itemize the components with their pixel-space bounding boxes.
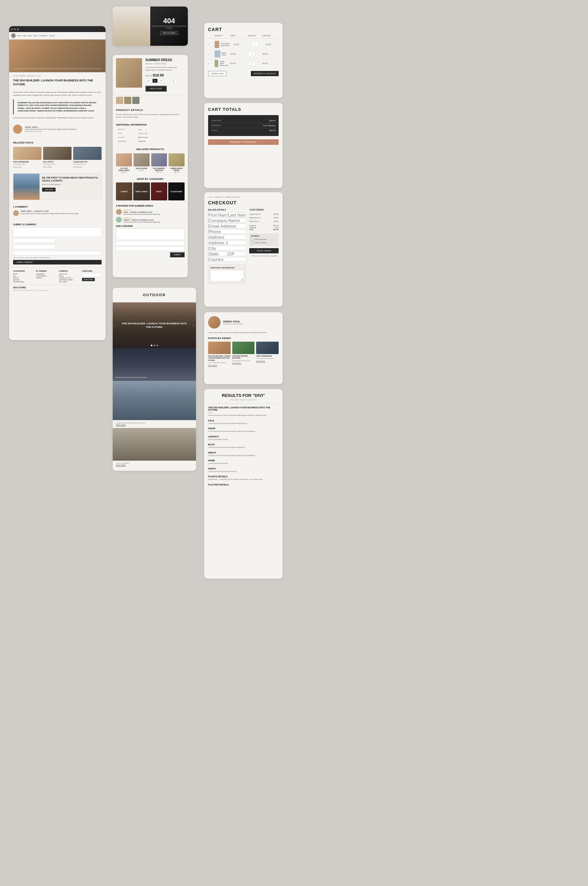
search-result-8: PANTS Lorem ipsum dolor sit amet consect… <box>208 468 279 473</box>
checkout-payment-option-2[interactable]: Cash on delivery <box>251 241 277 244</box>
place-order-button[interactable]: PLACE ORDER <box>249 248 279 253</box>
checkout-email[interactable] <box>208 224 246 228</box>
search-result-desc-4: Lorem ipsum dolor sit amet. <box>208 438 279 441</box>
search-result-title-5[interactable]: BLOG <box>208 443 279 445</box>
subscribe-email-input[interactable] <box>82 273 102 277</box>
footer-cat-5[interactable]: SNOWBOARD <box>13 281 33 283</box>
checkout-company[interactable] <box>208 218 246 223</box>
checkout-back-link[interactable]: ← BACK TO CUSTOMER SUMMARY <box>249 255 279 257</box>
checkout-zip[interactable] <box>228 251 246 256</box>
reviewer-email-input[interactable] <box>116 247 184 251</box>
404-back-button[interactable]: BACK TO HOME <box>160 31 178 35</box>
cart-totals-checkout-button[interactable]: PROCEED TO CHECKOUT <box>208 139 279 145</box>
review-textarea[interactable] <box>116 229 184 240</box>
author-read-more-3[interactable]: READ MORE <box>256 361 279 362</box>
category-pants[interactable]: PANTS <box>151 182 167 200</box>
author-post-title-3: SURF SOMEWHERE <box>256 355 279 357</box>
search-result-title-7[interactable]: HOME <box>208 459 279 462</box>
cart-remove-3[interactable]: × <box>208 62 213 65</box>
search-result-title-8[interactable]: PANTS <box>208 468 279 470</box>
review-item-1: ★★★★★ ANNA — FRIDAY, OCTOBER 02, 2015 Lo… <box>116 209 184 215</box>
product-thumb-2[interactable] <box>124 97 131 104</box>
search-result-title-4[interactable]: CONTACT <box>208 435 279 438</box>
blog-newsletter-button[interactable]: JOIN NOW <box>42 188 56 192</box>
checkout-city[interactable] <box>208 246 246 250</box>
outdoor-dot-3[interactable] <box>156 344 158 346</box>
checkout-state[interactable] <box>208 251 227 256</box>
search-result-title-9[interactable]: PLANTS DETAILS <box>208 475 279 478</box>
outdoor-prev-arrow[interactable]: ‹ <box>115 324 116 327</box>
search-result-title-6[interactable]: ABOUT <box>208 451 279 454</box>
size-xs[interactable]: XS <box>146 79 152 83</box>
size-s[interactable]: S <box>153 79 158 83</box>
search-result-title-2[interactable]: SALE <box>208 420 279 422</box>
size-m[interactable]: M <box>158 79 164 83</box>
subscribe-button[interactable]: SUBSCRIBE <box>82 278 95 281</box>
checkout-lastname[interactable] <box>228 212 246 217</box>
nav-link[interactable]: Promotions <box>39 35 47 37</box>
checkout-address2[interactable] <box>208 240 246 245</box>
blog-more-posts-link[interactable]: MORE POSTS BY JENNY <box>25 131 77 132</box>
cart-qty-1[interactable]: 1 <box>251 42 258 47</box>
blog-related-item-2: FALL PHOTO Lorem ipsum dolor READ MORE <box>43 147 72 168</box>
cart-price-2: $18.00 <box>230 53 247 55</box>
update-cart-button[interactable]: UPDATE CART <box>208 71 226 76</box>
search-result-title-3[interactable]: SNOW <box>208 427 279 430</box>
read-more-1[interactable]: READ MORE <box>13 166 42 168</box>
related-price-1: $25.00 <box>116 171 132 173</box>
product-main-image <box>116 58 142 87</box>
nav-link[interactable]: Home <box>17 35 21 37</box>
product-add-to-cart-button[interactable]: ADD TO CART <box>146 86 166 92</box>
checkout-payment-option-1[interactable]: Check payments <box>251 238 277 241</box>
outdoor-read-more[interactable]: READ MORE <box>116 424 193 426</box>
commenter-url-field[interactable] <box>13 251 102 255</box>
panel-product: SUMMER DRESS BRAND: SUMMERTIME Lorem ips… <box>113 55 188 277</box>
nav-link[interactable]: Blog <box>23 35 26 37</box>
footer-company-5[interactable]: BIT GUIDE <box>59 281 79 283</box>
nav-link[interactable]: Contact <box>49 35 54 37</box>
cart-qty-2[interactable]: 1 <box>248 52 255 56</box>
checkout-country[interactable] <box>208 257 246 262</box>
comment-textarea[interactable] <box>13 227 102 237</box>
order-item-name-1: Jungle Dress ×1 <box>249 213 261 215</box>
size-xl[interactable]: XL <box>171 79 176 83</box>
related-name-1: FLUTTER SUNGLASSES <box>116 167 132 171</box>
checkout-firstname[interactable] <box>208 212 227 217</box>
read-more-2[interactable]: READ MORE <box>43 166 72 168</box>
blog-commenter-avatar <box>13 210 19 216</box>
checkout-address1[interactable] <box>208 235 246 239</box>
commenter-email-field[interactable] <box>13 245 56 249</box>
nav-link[interactable]: Shop <box>28 35 32 37</box>
reviewer-name-input[interactable] <box>116 241 184 245</box>
search-result-url-1: DIVI 4 <box>208 412 279 414</box>
size-l[interactable]: L <box>165 79 170 83</box>
cart-checkout-button[interactable]: PROCEED TO CHECKOUT <box>251 71 279 76</box>
commenter-name-field[interactable] <box>13 238 56 243</box>
submit-comment-button[interactable]: SUBMIT COMMENT <box>13 260 102 265</box>
cart-remove-2[interactable]: × <box>208 53 213 56</box>
read-more-3[interactable]: READ MORE <box>73 166 102 168</box>
outdoor-dot-2[interactable] <box>153 344 155 346</box>
nav-link[interactable]: About <box>33 35 38 37</box>
outdoor-next-arrow[interactable]: › <box>193 324 194 327</box>
category-sweatshirts[interactable]: SWEAT SHIRTS <box>133 182 150 200</box>
checkout-notes-textarea[interactable] <box>210 270 244 281</box>
search-result-title-1[interactable]: THE DIVI BUILDER. LAUNCH YOUR BUSINESS I… <box>208 406 279 411</box>
checkout-phone[interactable] <box>208 229 246 234</box>
cart-remove-1[interactable]: × <box>208 43 213 46</box>
page-wrapper: Home Blog Shop About Promotions Contact … <box>0 0 588 886</box>
product-thumb-3[interactable] <box>132 97 140 104</box>
category-tshirts[interactable]: TSHIRTS <box>116 182 132 200</box>
author-meta: POSTED IN OUTDOOR <box>223 323 242 325</box>
outdoor-story-read-more[interactable]: READ MORE <box>116 464 193 466</box>
search-result-title-10[interactable]: FLUTTER DETAILS <box>208 484 279 486</box>
footer-gender-3[interactable]: UNISEX <box>36 277 56 279</box>
product-thumb-1[interactable] <box>116 97 123 104</box>
outdoor-dot-1[interactable] <box>151 344 152 346</box>
author-read-more-2[interactable]: READ MORE <box>232 363 255 364</box>
category-accessories[interactable]: ACCESSORIES <box>168 182 184 200</box>
blog-related-grid: SURF SOMEWHERE Lorem ipsum dolor READ MO… <box>13 147 102 168</box>
cart-qty-3[interactable]: 1 <box>248 61 255 66</box>
author-read-more-1[interactable]: READ MORE <box>208 365 231 367</box>
review-submit-button[interactable]: SUBMIT <box>170 252 184 257</box>
